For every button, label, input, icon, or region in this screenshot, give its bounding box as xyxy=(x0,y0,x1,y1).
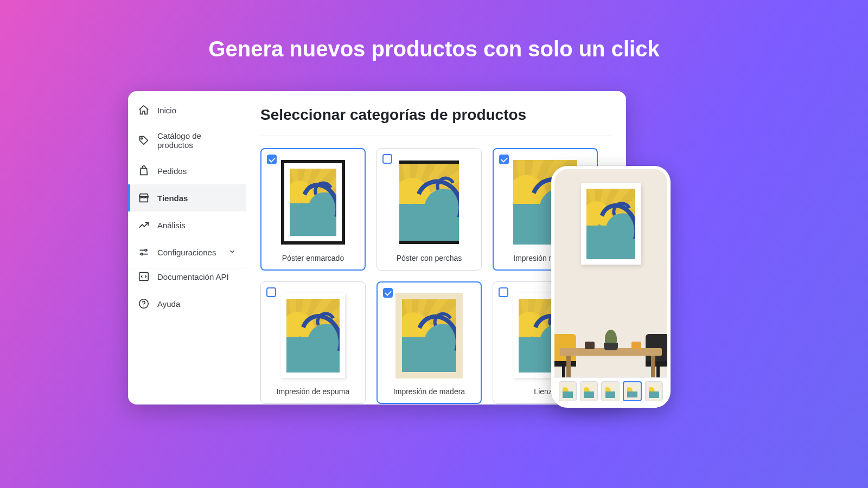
checkbox[interactable] xyxy=(499,287,508,297)
sidebar-item-tiendas[interactable]: Tiendas xyxy=(128,184,246,211)
category-label: Póster enmarcado xyxy=(266,254,360,262)
bag-icon xyxy=(138,165,150,177)
thumbnail[interactable] xyxy=(580,381,598,401)
checkbox[interactable] xyxy=(382,154,392,164)
svg-point-1 xyxy=(145,249,147,252)
checkbox[interactable] xyxy=(266,287,276,297)
checkbox[interactable] xyxy=(383,288,393,298)
store-icon xyxy=(138,192,150,204)
sidebar-item-label: Documentación API xyxy=(157,272,229,281)
sidebar-item-catalogo[interactable]: Catálogo de productos xyxy=(128,124,246,157)
sidebar-item-label: Ayuda xyxy=(157,299,180,309)
sidebar-item-api[interactable]: Documentación API xyxy=(128,268,246,290)
sidebar-item-analisis[interactable]: Análisis xyxy=(128,211,246,239)
product-preview xyxy=(391,156,467,248)
thumbnail[interactable] xyxy=(623,381,642,401)
page-title: Seleccionar categorías de productos xyxy=(260,106,612,136)
sidebar-item-ayuda[interactable]: Ayuda xyxy=(128,290,246,317)
code-icon xyxy=(138,271,150,282)
sliders-icon xyxy=(138,246,150,258)
svg-point-5 xyxy=(143,306,144,306)
category-label: Póster con perchas xyxy=(382,254,476,262)
sidebar-item-label: Catálogo de productos xyxy=(157,131,236,150)
category-card-poster-enmarcado[interactable]: Póster enmarcado xyxy=(260,148,366,271)
sidebar-item-inicio[interactable]: Inicio xyxy=(128,97,246,124)
phone-preview xyxy=(554,169,667,377)
product-preview xyxy=(275,156,351,248)
hero-title: Genera nuevos productos con solo un clic… xyxy=(0,37,868,61)
checkbox[interactable] xyxy=(499,155,509,164)
wall-art xyxy=(581,183,641,265)
sidebar-item-label: Configuraciones xyxy=(157,248,216,257)
sidebar-item-configuraciones[interactable]: Configuraciones xyxy=(128,239,246,266)
category-label: Impresión de espuma xyxy=(266,387,360,396)
tag-icon xyxy=(138,134,150,146)
category-label: Impresión de madera xyxy=(382,387,476,396)
svg-rect-3 xyxy=(139,273,149,281)
sidebar-item-label: Pedidos xyxy=(157,166,187,176)
sidebar-item-label: Inicio xyxy=(157,106,176,115)
thumbnail[interactable] xyxy=(601,381,619,401)
svg-point-2 xyxy=(141,253,143,255)
svg-point-0 xyxy=(141,138,143,139)
product-preview xyxy=(275,290,351,382)
category-card-impresion-espuma[interactable]: Impresión de espuma xyxy=(260,281,366,404)
checkbox[interactable] xyxy=(267,155,277,164)
thumbnail[interactable] xyxy=(559,381,577,401)
help-icon xyxy=(138,298,150,310)
sidebar-item-label: Tiendas xyxy=(157,194,188,203)
category-card-poster-perchas[interactable]: Póster con perchas xyxy=(376,148,482,271)
phone-thumbnails xyxy=(554,377,667,404)
home-icon xyxy=(138,104,150,116)
category-card-impresion-madera[interactable]: Impresión de madera xyxy=(376,281,482,404)
chart-icon xyxy=(138,219,150,231)
thumbnail[interactable] xyxy=(645,381,663,401)
chevron-down-icon xyxy=(228,248,236,257)
product-preview xyxy=(391,290,467,382)
sidebar-item-pedidos[interactable]: Pedidos xyxy=(128,157,246,184)
phone-mockup xyxy=(551,166,671,408)
sidebar: Inicio Catálogo de productos Pedidos Tie… xyxy=(128,91,246,404)
sidebar-item-label: Análisis xyxy=(157,221,186,230)
